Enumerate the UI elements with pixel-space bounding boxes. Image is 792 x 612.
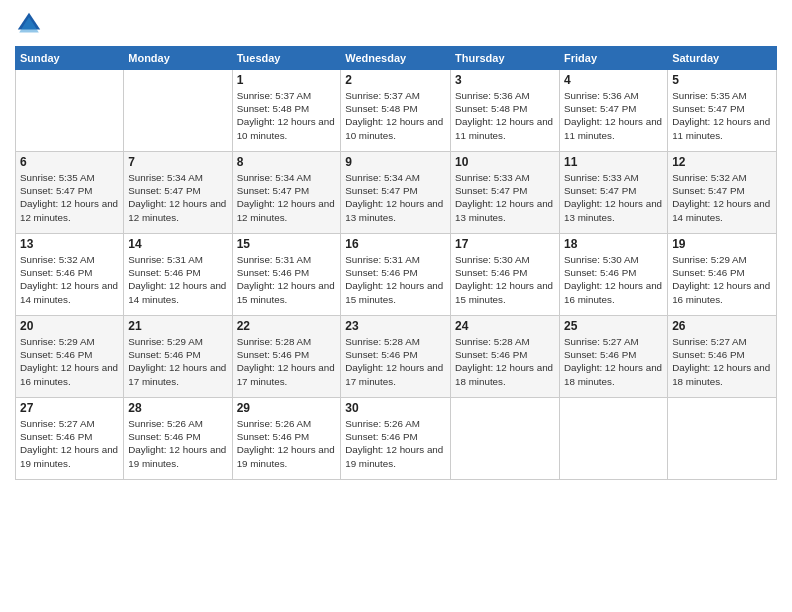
- calendar-cell: 1Sunrise: 5:37 AM Sunset: 5:48 PM Daylig…: [232, 70, 341, 152]
- day-number: 6: [20, 155, 119, 169]
- day-info: Sunrise: 5:37 AM Sunset: 5:48 PM Dayligh…: [237, 89, 337, 142]
- weekday-header: Thursday: [451, 47, 560, 70]
- calendar-cell: 15Sunrise: 5:31 AM Sunset: 5:46 PM Dayli…: [232, 234, 341, 316]
- calendar-cell: 28Sunrise: 5:26 AM Sunset: 5:46 PM Dayli…: [124, 398, 232, 480]
- day-number: 8: [237, 155, 337, 169]
- day-number: 11: [564, 155, 663, 169]
- logo-icon: [15, 10, 43, 38]
- calendar-cell: [560, 398, 668, 480]
- day-number: 17: [455, 237, 555, 251]
- day-info: Sunrise: 5:28 AM Sunset: 5:46 PM Dayligh…: [237, 335, 337, 388]
- calendar-cell: 21Sunrise: 5:29 AM Sunset: 5:46 PM Dayli…: [124, 316, 232, 398]
- weekday-header: Wednesday: [341, 47, 451, 70]
- day-info: Sunrise: 5:33 AM Sunset: 5:47 PM Dayligh…: [455, 171, 555, 224]
- day-info: Sunrise: 5:29 AM Sunset: 5:46 PM Dayligh…: [128, 335, 227, 388]
- day-number: 9: [345, 155, 446, 169]
- calendar-cell: 18Sunrise: 5:30 AM Sunset: 5:46 PM Dayli…: [560, 234, 668, 316]
- day-info: Sunrise: 5:35 AM Sunset: 5:47 PM Dayligh…: [20, 171, 119, 224]
- calendar-header: SundayMondayTuesdayWednesdayThursdayFrid…: [16, 47, 777, 70]
- day-number: 20: [20, 319, 119, 333]
- day-info: Sunrise: 5:29 AM Sunset: 5:46 PM Dayligh…: [672, 253, 772, 306]
- calendar-cell: [16, 70, 124, 152]
- calendar-cell: [451, 398, 560, 480]
- calendar-week-row: 13Sunrise: 5:32 AM Sunset: 5:46 PM Dayli…: [16, 234, 777, 316]
- calendar-cell: 22Sunrise: 5:28 AM Sunset: 5:46 PM Dayli…: [232, 316, 341, 398]
- weekday-header: Saturday: [668, 47, 777, 70]
- calendar-body: 1Sunrise: 5:37 AM Sunset: 5:48 PM Daylig…: [16, 70, 777, 480]
- day-number: 24: [455, 319, 555, 333]
- calendar-cell: 14Sunrise: 5:31 AM Sunset: 5:46 PM Dayli…: [124, 234, 232, 316]
- day-info: Sunrise: 5:29 AM Sunset: 5:46 PM Dayligh…: [20, 335, 119, 388]
- day-number: 30: [345, 401, 446, 415]
- calendar-cell: 8Sunrise: 5:34 AM Sunset: 5:47 PM Daylig…: [232, 152, 341, 234]
- calendar-cell: 16Sunrise: 5:31 AM Sunset: 5:46 PM Dayli…: [341, 234, 451, 316]
- day-number: 22: [237, 319, 337, 333]
- day-info: Sunrise: 5:37 AM Sunset: 5:48 PM Dayligh…: [345, 89, 446, 142]
- calendar-cell: 29Sunrise: 5:26 AM Sunset: 5:46 PM Dayli…: [232, 398, 341, 480]
- weekday-header: Tuesday: [232, 47, 341, 70]
- day-number: 14: [128, 237, 227, 251]
- day-number: 5: [672, 73, 772, 87]
- calendar-cell: 9Sunrise: 5:34 AM Sunset: 5:47 PM Daylig…: [341, 152, 451, 234]
- day-number: 28: [128, 401, 227, 415]
- calendar-cell: 11Sunrise: 5:33 AM Sunset: 5:47 PM Dayli…: [560, 152, 668, 234]
- day-info: Sunrise: 5:36 AM Sunset: 5:47 PM Dayligh…: [564, 89, 663, 142]
- day-number: 19: [672, 237, 772, 251]
- calendar-cell: 17Sunrise: 5:30 AM Sunset: 5:46 PM Dayli…: [451, 234, 560, 316]
- day-info: Sunrise: 5:32 AM Sunset: 5:46 PM Dayligh…: [20, 253, 119, 306]
- weekday-header: Friday: [560, 47, 668, 70]
- day-info: Sunrise: 5:26 AM Sunset: 5:46 PM Dayligh…: [345, 417, 446, 470]
- calendar-cell: 24Sunrise: 5:28 AM Sunset: 5:46 PM Dayli…: [451, 316, 560, 398]
- calendar-cell: 13Sunrise: 5:32 AM Sunset: 5:46 PM Dayli…: [16, 234, 124, 316]
- day-info: Sunrise: 5:27 AM Sunset: 5:46 PM Dayligh…: [564, 335, 663, 388]
- day-info: Sunrise: 5:32 AM Sunset: 5:47 PM Dayligh…: [672, 171, 772, 224]
- day-info: Sunrise: 5:28 AM Sunset: 5:46 PM Dayligh…: [455, 335, 555, 388]
- day-info: Sunrise: 5:27 AM Sunset: 5:46 PM Dayligh…: [20, 417, 119, 470]
- logo: [15, 10, 46, 38]
- day-info: Sunrise: 5:27 AM Sunset: 5:46 PM Dayligh…: [672, 335, 772, 388]
- calendar-cell: 23Sunrise: 5:28 AM Sunset: 5:46 PM Dayli…: [341, 316, 451, 398]
- weekday-header: Monday: [124, 47, 232, 70]
- day-number: 4: [564, 73, 663, 87]
- weekday-header: Sunday: [16, 47, 124, 70]
- day-number: 2: [345, 73, 446, 87]
- day-number: 3: [455, 73, 555, 87]
- calendar-cell: 10Sunrise: 5:33 AM Sunset: 5:47 PM Dayli…: [451, 152, 560, 234]
- calendar-cell: 30Sunrise: 5:26 AM Sunset: 5:46 PM Dayli…: [341, 398, 451, 480]
- calendar-cell: [668, 398, 777, 480]
- day-info: Sunrise: 5:26 AM Sunset: 5:46 PM Dayligh…: [237, 417, 337, 470]
- calendar: SundayMondayTuesdayWednesdayThursdayFrid…: [15, 46, 777, 480]
- calendar-cell: 12Sunrise: 5:32 AM Sunset: 5:47 PM Dayli…: [668, 152, 777, 234]
- calendar-cell: 2Sunrise: 5:37 AM Sunset: 5:48 PM Daylig…: [341, 70, 451, 152]
- day-number: 27: [20, 401, 119, 415]
- day-info: Sunrise: 5:30 AM Sunset: 5:46 PM Dayligh…: [564, 253, 663, 306]
- calendar-cell: 7Sunrise: 5:34 AM Sunset: 5:47 PM Daylig…: [124, 152, 232, 234]
- day-number: 25: [564, 319, 663, 333]
- page: SundayMondayTuesdayWednesdayThursdayFrid…: [0, 0, 792, 612]
- calendar-cell: 20Sunrise: 5:29 AM Sunset: 5:46 PM Dayli…: [16, 316, 124, 398]
- day-number: 13: [20, 237, 119, 251]
- calendar-week-row: 6Sunrise: 5:35 AM Sunset: 5:47 PM Daylig…: [16, 152, 777, 234]
- day-info: Sunrise: 5:33 AM Sunset: 5:47 PM Dayligh…: [564, 171, 663, 224]
- calendar-week-row: 1Sunrise: 5:37 AM Sunset: 5:48 PM Daylig…: [16, 70, 777, 152]
- calendar-cell: 5Sunrise: 5:35 AM Sunset: 5:47 PM Daylig…: [668, 70, 777, 152]
- day-number: 21: [128, 319, 227, 333]
- day-number: 15: [237, 237, 337, 251]
- day-info: Sunrise: 5:28 AM Sunset: 5:46 PM Dayligh…: [345, 335, 446, 388]
- calendar-cell: [124, 70, 232, 152]
- calendar-cell: 3Sunrise: 5:36 AM Sunset: 5:48 PM Daylig…: [451, 70, 560, 152]
- calendar-week-row: 27Sunrise: 5:27 AM Sunset: 5:46 PM Dayli…: [16, 398, 777, 480]
- day-info: Sunrise: 5:36 AM Sunset: 5:48 PM Dayligh…: [455, 89, 555, 142]
- day-info: Sunrise: 5:31 AM Sunset: 5:46 PM Dayligh…: [345, 253, 446, 306]
- calendar-cell: 27Sunrise: 5:27 AM Sunset: 5:46 PM Dayli…: [16, 398, 124, 480]
- day-info: Sunrise: 5:30 AM Sunset: 5:46 PM Dayligh…: [455, 253, 555, 306]
- calendar-cell: 6Sunrise: 5:35 AM Sunset: 5:47 PM Daylig…: [16, 152, 124, 234]
- day-info: Sunrise: 5:34 AM Sunset: 5:47 PM Dayligh…: [128, 171, 227, 224]
- day-number: 26: [672, 319, 772, 333]
- calendar-week-row: 20Sunrise: 5:29 AM Sunset: 5:46 PM Dayli…: [16, 316, 777, 398]
- day-number: 7: [128, 155, 227, 169]
- calendar-cell: 25Sunrise: 5:27 AM Sunset: 5:46 PM Dayli…: [560, 316, 668, 398]
- day-number: 16: [345, 237, 446, 251]
- day-info: Sunrise: 5:31 AM Sunset: 5:46 PM Dayligh…: [237, 253, 337, 306]
- day-number: 23: [345, 319, 446, 333]
